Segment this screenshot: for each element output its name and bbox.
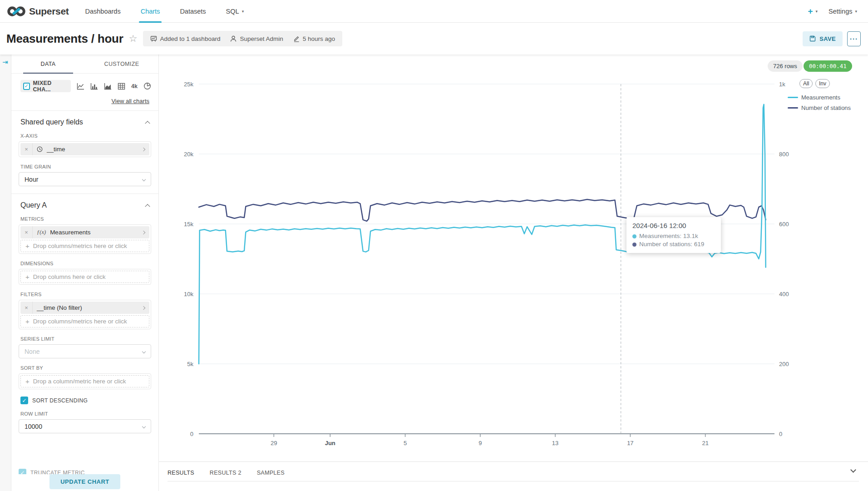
row-limit-select[interactable]: 10000 (19, 419, 151, 433)
chevron-right-icon (142, 230, 145, 234)
filters-control: × __time (No filter) + Drop columns/metr… (19, 300, 151, 329)
remove-icon[interactable]: × (20, 143, 33, 155)
superset-logo[interactable]: Superset (0, 5, 75, 18)
time-grain-label: TIME GRAIN (20, 164, 149, 169)
nav-datasets[interactable]: Datasets (170, 0, 216, 23)
legend-all-button[interactable]: All (799, 79, 813, 88)
new-item-button[interactable]: +▾ (804, 0, 821, 23)
svg-text:9: 9 (478, 440, 482, 446)
nav-sql[interactable]: SQL▾ (216, 0, 254, 23)
expand-panel-icon[interactable]: ⇥ (2, 58, 8, 66)
datasource-collapsed-gutter: ⇥ (0, 55, 11, 491)
function-icon: ƒ(x) (37, 229, 46, 236)
clock-icon (37, 146, 43, 152)
tab-samples[interactable]: SAMPLES (257, 470, 285, 476)
metric-pill[interactable]: × ƒ(x) Measurements (20, 226, 149, 238)
explore-control-panel: DATA CUSTOMIZE ✓ MIXED CHA... 4k (11, 55, 159, 491)
series-limit-select[interactable]: None (19, 344, 151, 358)
view-all-charts-link[interactable]: View all charts (111, 98, 149, 104)
collapse-results-chevron[interactable] (848, 466, 858, 476)
line-chart-icon[interactable] (77, 83, 84, 90)
bar-chart-icon[interactable] (90, 83, 98, 90)
series-dot-stations (632, 243, 636, 247)
shared-query-fields-header[interactable]: Shared query fields (20, 118, 149, 126)
dashboards-meta[interactable]: Added to 1 dashboard (150, 35, 221, 42)
divider (168, 481, 859, 481)
favorite-star-icon[interactable]: ☆ (129, 33, 138, 44)
tooltip-timestamp: 2024-06-16 12:00 (632, 222, 715, 229)
tooltip-row: Number of stations: 619 (632, 240, 715, 248)
svg-text:0: 0 (779, 431, 782, 437)
chevron-up-icon (145, 204, 150, 209)
chart-canvas[interactable]: 005k20010k40015k60020k80025k1k29Jun59131… (159, 55, 868, 461)
sort-by-adder[interactable]: + Drop a column/metric here or click (20, 375, 149, 387)
update-chart-button[interactable]: UPDATE CHART (49, 474, 120, 489)
svg-text:Jun: Jun (325, 440, 335, 446)
row-count-badge: 726 rows (768, 60, 803, 72)
tab-data[interactable]: DATA (11, 55, 85, 73)
chevron-right-icon (142, 306, 145, 309)
divider (11, 193, 158, 194)
dimensions-adder[interactable]: + Drop columns here or click (20, 271, 149, 283)
chevron-down-icon (142, 349, 146, 353)
tab-customize[interactable]: CUSTOMIZE (85, 55, 158, 73)
row-limit-label: ROW LIMIT (20, 411, 149, 417)
filter-pill[interactable]: × __time (No filter) (20, 302, 149, 314)
query-a-header[interactable]: Query A (20, 201, 149, 209)
plus-icon: + (25, 273, 30, 281)
dimensions-control: + Drop columns here or click (19, 269, 151, 285)
owner-meta[interactable]: Superset Admin (230, 35, 283, 42)
plus-icon: + (25, 317, 30, 325)
save-button[interactable]: SAVE (803, 31, 843, 46)
x-axis-control: × __time (19, 141, 151, 157)
brand-name: Superset (29, 6, 69, 17)
svg-text:13: 13 (552, 440, 558, 446)
settings-menu[interactable]: Settings▾ (826, 0, 860, 23)
remove-icon[interactable]: × (20, 226, 33, 238)
svg-text:17: 17 (627, 440, 633, 446)
caret-down-icon: ▾ (855, 9, 857, 14)
filters-adder[interactable]: + Drop columns/metrics here or click (20, 315, 149, 327)
results-pane: RESULTS RESULTS 2 SAMPLES (159, 461, 868, 491)
svg-text:0: 0 (190, 431, 193, 437)
sort-descending-checkbox[interactable]: ✓ SORT DESCENDING (20, 397, 149, 404)
viz-type-4k[interactable]: 4k (131, 83, 138, 89)
page-title: Measurements / hour (6, 32, 123, 46)
legend-swatch-stations (788, 107, 798, 109)
series-dot-measurements (632, 234, 636, 238)
metrics-adder[interactable]: + Drop columns/metrics here or click (20, 240, 149, 252)
legend-item-measurements[interactable]: Measurements (788, 94, 840, 101)
svg-text:5: 5 (404, 440, 407, 446)
nav-charts[interactable]: Charts (131, 0, 170, 23)
pie-chart-icon[interactable] (143, 82, 151, 90)
svg-text:25k: 25k (184, 81, 193, 88)
svg-text:1k: 1k (779, 81, 785, 88)
top-navbar: Superset Dashboards Charts Datasets SQL▾… (0, 0, 868, 23)
time-grain-select[interactable]: Hour (19, 172, 151, 186)
metrics-control: × ƒ(x) Measurements + Drop columns/metri… (19, 224, 151, 254)
query-timer-badge: 00:00:00.41 (804, 60, 852, 72)
legend-swatch-measurements (788, 97, 798, 98)
tab-results-2[interactable]: RESULTS 2 (210, 470, 242, 476)
legend-item-stations[interactable]: Number of stations (788, 104, 851, 111)
nav-dashboards[interactable]: Dashboards (75, 0, 130, 23)
chevron-down-icon (142, 424, 146, 428)
legend-inverse-button[interactable]: Inv (815, 79, 830, 88)
viz-type-selected-chip[interactable]: ✓ MIXED CHA... (20, 80, 71, 92)
edit-pencil-icon (293, 35, 300, 42)
table-icon[interactable] (118, 83, 125, 90)
area-chart-icon[interactable] (104, 83, 112, 90)
svg-text:10k: 10k (184, 291, 193, 298)
caret-down-icon: ▾ (242, 9, 244, 14)
dimensions-label: DIMENSIONS (20, 261, 149, 266)
more-actions-button[interactable]: ··· (847, 31, 861, 46)
user-icon (230, 35, 237, 42)
chevron-up-icon (145, 121, 150, 126)
last-modified-meta[interactable]: 5 hours ago (293, 35, 335, 42)
x-axis-pill[interactable]: × __time (20, 143, 149, 155)
chart-meta: Added to 1 dashboard Superset Admin 5 ho… (143, 31, 342, 46)
svg-text:600: 600 (779, 221, 789, 228)
panel-tabs: DATA CUSTOMIZE (11, 55, 158, 74)
remove-icon[interactable]: × (20, 302, 33, 314)
tab-results[interactable]: RESULTS (168, 470, 194, 476)
